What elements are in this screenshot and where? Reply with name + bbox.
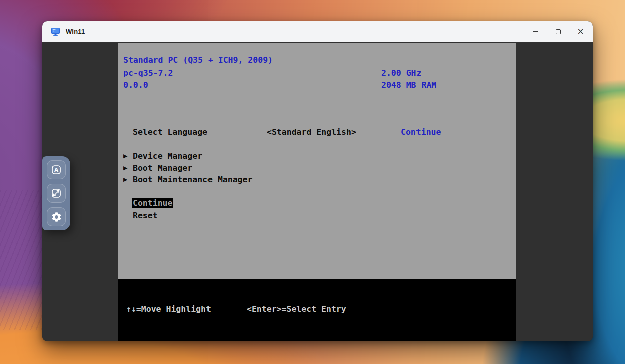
window-title: Win11: [66, 28, 85, 35]
monitor-icon: [51, 27, 60, 36]
menu-item-boot-maintenance-manager[interactable]: ▶ Boot Maintenance Manager: [123, 175, 252, 185]
menu-item-reset[interactable]: Reset: [133, 210, 158, 221]
menu-item-boot-manager[interactable]: ▶ Boot Manager: [123, 163, 192, 173]
close-button[interactable]: ×: [569, 21, 592, 42]
minimize-icon: [533, 31, 538, 32]
select-language-value[interactable]: <Standard English>: [267, 127, 356, 137]
help-panel-text: Continue: [401, 127, 441, 137]
svg-text:A: A: [54, 167, 59, 173]
helpbar-move-highlight: ↑↓=Move Highlight: [126, 304, 211, 314]
submenu-arrow-icon: ▶: [123, 163, 133, 173]
keyboard-button[interactable]: A: [47, 160, 66, 179]
menu-item-label: Boot Manager: [133, 163, 192, 173]
close-icon: ×: [577, 27, 584, 36]
vm-client-area: Standard PC (Q35 + ICH9, 2009) pc-q35-7.…: [42, 42, 593, 341]
helpbar-select-entry: <Enter>=Select Entry: [247, 304, 346, 314]
bios-machine-version: pc-q35-7.2: [123, 68, 173, 78]
minimize-button[interactable]: [524, 21, 547, 42]
menu-item-device-manager[interactable]: ▶ Device Manager: [123, 151, 202, 161]
maximize-icon: [556, 29, 561, 34]
keyboard-a-icon: A: [51, 164, 62, 175]
bios-firmware-version: 0.0.0: [123, 80, 148, 90]
bios-cpu-speed: 2.00 GHz: [381, 68, 421, 78]
select-language-label: Select Language: [133, 127, 207, 137]
menu-item-label: Boot Maintenance Manager: [133, 175, 252, 185]
bios-ram: 2048 MB RAM: [381, 80, 436, 90]
gear-icon: [51, 211, 62, 223]
resize-button[interactable]: [47, 184, 66, 203]
overlay-toolbar: A: [42, 156, 70, 230]
menu-item-label: Device Manager: [133, 151, 202, 161]
submenu-arrow-icon: ▶: [123, 175, 133, 185]
settings-button[interactable]: [47, 207, 66, 226]
maximize-button[interactable]: [547, 21, 569, 42]
window-controls: ×: [524, 21, 593, 42]
bios-machine-name: Standard PC (Q35 + ICH9, 2009): [123, 55, 273, 65]
menu-item-continue[interactable]: Continue: [132, 198, 173, 208]
desktop-wallpaper: Win11 × Standard PC (Q35 + ICH9, 2009) p…: [0, 0, 625, 364]
vm-window: Win11 × Standard PC (Q35 + ICH9, 2009) p…: [42, 21, 593, 341]
window-titlebar[interactable]: Win11 ×: [42, 21, 593, 42]
vm-display[interactable]: Standard PC (Q35 + ICH9, 2009) pc-q35-7.…: [118, 43, 516, 341]
resize-icon: [51, 188, 62, 199]
submenu-arrow-icon: ▶: [123, 151, 133, 161]
